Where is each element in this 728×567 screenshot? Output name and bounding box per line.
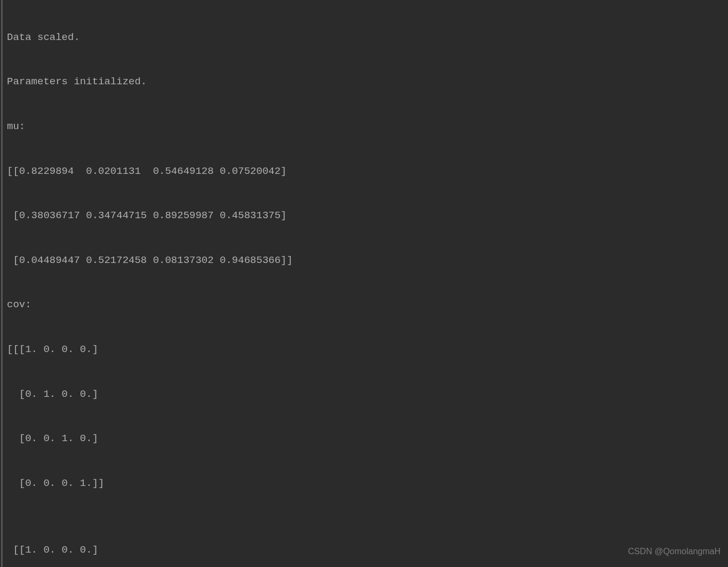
output-line: [[1. 0. 0. 0.] bbox=[7, 539, 728, 562]
terminal-output: Data scaled. Parameters initialized. mu:… bbox=[1, 0, 728, 567]
output-line: [[[1. 0. 0. 0.] bbox=[7, 339, 728, 361]
output-line: [0. 0. 0. 1.]] bbox=[7, 473, 728, 495]
output-line: [0. 0. 1. 0.] bbox=[7, 428, 728, 450]
output-line: Data scaled. bbox=[7, 27, 728, 49]
watermark-text: CSDN @QomolangmaH bbox=[628, 542, 721, 561]
output-line: [0.38036717 0.34744715 0.89259987 0.4583… bbox=[7, 205, 728, 227]
output-line: [[0.8229894 0.0201131 0.54649128 0.07520… bbox=[7, 161, 728, 183]
output-line: Parameters initialized. bbox=[7, 71, 728, 93]
output-line: cov: bbox=[7, 294, 728, 316]
output-line: mu: bbox=[7, 116, 728, 138]
output-line: [0. 1. 0. 0.] bbox=[7, 384, 728, 406]
output-line: [0.04489447 0.52172458 0.08137302 0.9468… bbox=[7, 250, 728, 272]
